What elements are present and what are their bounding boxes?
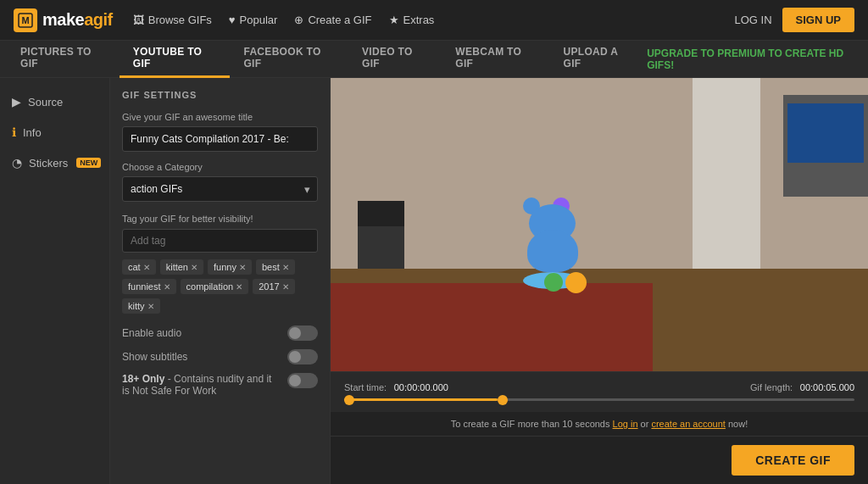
tag-best-remove[interactable]: ✕	[282, 263, 289, 272]
subtitles-label: Show subtitles	[122, 351, 187, 363]
timeline-fill	[344, 398, 498, 401]
scene-toy	[519, 213, 587, 289]
audio-label: Enable audio	[122, 327, 181, 339]
tag-cat-remove[interactable]: ✕	[143, 263, 150, 272]
timeline-info: Start time: 00:00:00.000 Gif length: 00:…	[344, 381, 854, 393]
start-time-value: 00:00:00.000	[394, 382, 448, 392]
create-account-link[interactable]: create an account	[651, 419, 725, 429]
tag-funniest-remove[interactable]: ✕	[164, 282, 170, 292]
nsfw-strong: 18+ Only	[122, 373, 164, 385]
tag-cat: cat ✕	[122, 259, 156, 275]
bottom-bar: CREATE GIF	[331, 436, 868, 484]
tag-best: best ✕	[256, 259, 295, 275]
nav-video-to-gif[interactable]: VIDEO TO GIF	[348, 41, 442, 78]
tag-funniest: funniest ✕	[122, 279, 176, 294]
nav-youtube-to-gif[interactable]: YOUTUBE TO GIF	[120, 41, 231, 78]
timeline-bar: Start time: 00:00:00.000 Gif length: 00:…	[331, 371, 868, 411]
logo-icon: M	[14, 8, 37, 32]
scene-tv	[787, 103, 864, 163]
slider-handle-end[interactable]	[498, 395, 508, 405]
nav-right: LOG IN SIGN UP	[734, 8, 854, 32]
tag-kitty: kitty ✕	[122, 298, 160, 314]
nav-upload-a-gif[interactable]: UPLOAD A GIF	[550, 41, 648, 78]
nav-popular[interactable]: ♥ Popular	[229, 14, 278, 26]
nav-create-gif[interactable]: ⊕ Create a GIF	[294, 14, 371, 26]
video-frame	[331, 78, 868, 371]
start-time-group: Start time: 00:00:00.000	[344, 381, 448, 393]
length-group: Gif length: 00:00:05.000	[750, 381, 854, 393]
tag-kitty-remove[interactable]: ✕	[147, 302, 154, 311]
gif-length-value: 00:00:05.000	[800, 382, 854, 392]
tag-2017-remove[interactable]: ✕	[282, 282, 289, 292]
slider-handle-start[interactable]	[344, 395, 354, 405]
tag-compilation: compilation ✕	[181, 279, 249, 294]
new-badge: NEW	[76, 158, 101, 168]
heart-icon: ♥	[229, 14, 236, 26]
tag-2017: 2017 ✕	[253, 279, 294, 294]
logo-gif: agif	[84, 10, 113, 29]
info-icon: ℹ	[12, 125, 16, 139]
star-icon: ★	[389, 14, 399, 26]
video-scene	[331, 78, 868, 371]
title-label: Give your GIF an awesome title	[122, 112, 318, 122]
stickers-icon: ◔	[12, 156, 22, 170]
tag-kitten: kitten ✕	[160, 259, 203, 275]
play-icon: ▶	[12, 95, 21, 108]
category-label: Choose a Category	[122, 162, 318, 172]
nav-browse-gifs[interactable]: 🖼 Browse GIFs	[133, 14, 212, 26]
tag-input[interactable]	[122, 229, 318, 253]
tag-funny: funny ✕	[208, 259, 252, 275]
tag-compilation-remove[interactable]: ✕	[236, 282, 242, 292]
tag-funny-remove[interactable]: ✕	[239, 263, 246, 272]
second-nav: PICTURES TO GIF YOUTUBE TO GIF FACEBOOK …	[0, 41, 868, 78]
scene-rug	[331, 283, 653, 371]
upgrade-text[interactable]: UPGRADE TO PREMIUM TO CREATE HD GIFS!	[647, 47, 858, 71]
login-link[interactable]: Log in	[613, 419, 638, 429]
nsfw-text: 18+ Only - Contains nudity and it is Not…	[122, 373, 281, 397]
settings-title: GIF SETTINGS	[122, 90, 318, 100]
toy-body	[527, 230, 578, 272]
nav-webcam-to-gif[interactable]: WEBCAM TO GIF	[442, 41, 549, 78]
signup-button[interactable]: SIGN UP	[782, 8, 854, 32]
tag-kitten-remove[interactable]: ✕	[191, 263, 198, 272]
login-button[interactable]: LOG IN	[734, 14, 771, 26]
main-layout: ▶ Source ℹ Info ◔ Stickers NEW GIF SETTI…	[0, 78, 868, 484]
sidebar-item-stickers[interactable]: ◔ Stickers NEW	[0, 147, 109, 178]
subtitles-toggle-row: Show subtitles	[122, 349, 318, 364]
sidebar: ▶ Source ℹ Info ◔ Stickers NEW	[0, 78, 110, 484]
gif-title-input[interactable]	[122, 126, 318, 152]
tag-label: Tag your GIF for better visibility!	[122, 214, 318, 224]
gif-settings-panel: GIF SETTINGS Give your GIF an awesome ti…	[110, 78, 331, 484]
preview-area: Start time: 00:00:00.000 Gif length: 00:…	[331, 78, 868, 484]
chair-body	[358, 226, 404, 269]
scene-tv-stand	[783, 95, 868, 197]
audio-toggle[interactable]	[287, 325, 318, 341]
category-select[interactable]: action GIFs animals funny reaction sport…	[122, 176, 318, 202]
nsfw-row: 18+ Only - Contains nudity and it is Not…	[122, 373, 318, 397]
toy-ball-green	[544, 273, 563, 292]
toy-ball-orange	[565, 272, 587, 293]
top-nav: M makeagif 🖼 Browse GIFs ♥ Popular ⊕ Cre…	[0, 0, 868, 41]
nav-pictures-to-gif[interactable]: PICTURES TO GIF	[7, 41, 120, 78]
svg-text:M: M	[21, 15, 29, 25]
logo[interactable]: M makeagif	[14, 8, 113, 32]
info-bar: To create a GIF more than 10 seconds Log…	[331, 411, 868, 436]
browse-gifs-icon: 🖼	[133, 14, 144, 26]
nav-facebook-to-gif[interactable]: FACEBOOK TO GIF	[230, 41, 348, 78]
create-gif-button[interactable]: CREATE GIF	[732, 445, 854, 476]
nav-links: 🖼 Browse GIFs ♥ Popular ⊕ Create a GIF ★…	[133, 14, 735, 26]
logo-text: makeagif	[42, 10, 113, 30]
nsfw-toggle[interactable]	[287, 373, 318, 388]
sidebar-item-info[interactable]: ℹ Info	[0, 117, 109, 147]
category-select-wrap: action GIFs animals funny reaction sport…	[122, 176, 318, 202]
scene-chair	[358, 201, 409, 269]
tags-container: cat ✕ kitten ✕ funny ✕ best ✕ funniest ✕…	[122, 259, 318, 314]
start-time-label: Start time:	[344, 382, 387, 392]
nav-extras[interactable]: ★ Extras	[389, 14, 435, 26]
timeline-track[interactable]	[344, 398, 854, 401]
audio-toggle-row: Enable audio	[122, 325, 318, 341]
subtitles-toggle[interactable]	[287, 349, 318, 364]
sidebar-item-source[interactable]: ▶ Source	[0, 86, 109, 117]
gif-length-label: Gif length:	[750, 382, 793, 392]
plus-icon: ⊕	[294, 14, 303, 26]
